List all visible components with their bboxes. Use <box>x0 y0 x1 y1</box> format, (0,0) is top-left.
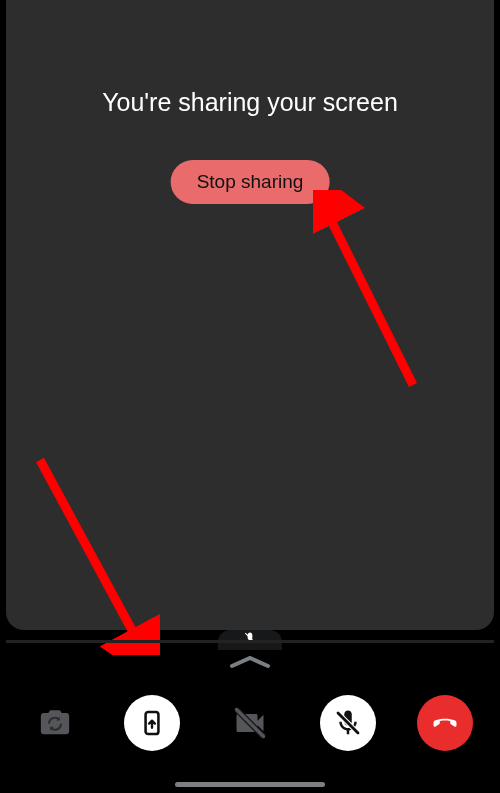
end-call-button[interactable] <box>417 695 473 751</box>
divider <box>6 640 494 643</box>
switch-camera-button[interactable] <box>27 695 83 751</box>
share-screen-button[interactable] <box>124 695 180 751</box>
stop-sharing-button[interactable]: Stop sharing <box>171 160 330 204</box>
mic-toggle-button[interactable] <box>320 695 376 751</box>
video-toggle-button[interactable] <box>222 695 278 751</box>
switch-camera-icon <box>38 706 72 740</box>
share-title: You're sharing your screen <box>6 88 494 117</box>
mic-off-icon <box>333 708 363 738</box>
phone-hangup-icon <box>428 706 462 740</box>
call-toolbar <box>0 683 500 763</box>
home-indicator[interactable] <box>175 782 325 787</box>
share-panel: You're sharing your screen Stop sharing <box>6 0 494 630</box>
share-screen-icon <box>138 709 166 737</box>
video-off-icon <box>232 705 268 741</box>
chevron-up-icon[interactable] <box>228 654 272 670</box>
